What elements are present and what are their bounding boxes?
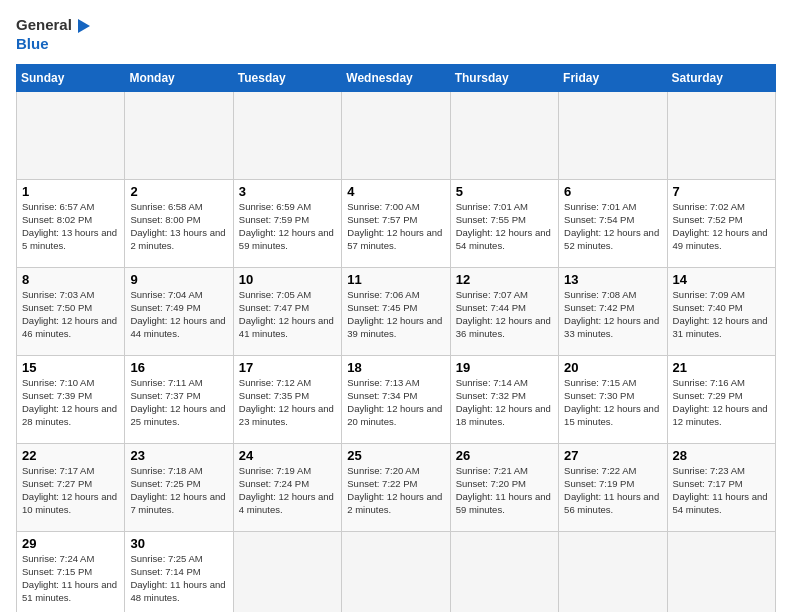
day-number: 11 <box>347 272 444 287</box>
calendar-day-cell: 20Sunrise: 7:15 AM Sunset: 7:30 PM Dayli… <box>559 356 667 444</box>
page-header: General Blue <box>16 16 776 52</box>
calendar-day-cell: 4Sunrise: 7:00 AM Sunset: 7:57 PM Daylig… <box>342 180 450 268</box>
day-number: 8 <box>22 272 119 287</box>
day-number: 16 <box>130 360 227 375</box>
calendar-day-cell: 15Sunrise: 7:10 AM Sunset: 7:39 PM Dayli… <box>17 356 125 444</box>
calendar-day-cell <box>559 532 667 612</box>
logo: General Blue <box>16 16 92 52</box>
calendar-week-row: 22Sunrise: 7:17 AM Sunset: 7:27 PM Dayli… <box>17 444 776 532</box>
calendar-day-cell <box>450 92 558 180</box>
calendar-day-cell: 6Sunrise: 7:01 AM Sunset: 7:54 PM Daylig… <box>559 180 667 268</box>
calendar-day-cell: 9Sunrise: 7:04 AM Sunset: 7:49 PM Daylig… <box>125 268 233 356</box>
calendar-day-cell: 26Sunrise: 7:21 AM Sunset: 7:20 PM Dayli… <box>450 444 558 532</box>
day-number: 7 <box>673 184 770 199</box>
day-number: 15 <box>22 360 119 375</box>
day-number: 4 <box>347 184 444 199</box>
day-number: 13 <box>564 272 661 287</box>
day-number: 6 <box>564 184 661 199</box>
calendar-day-cell: 2Sunrise: 6:58 AM Sunset: 8:00 PM Daylig… <box>125 180 233 268</box>
calendar-day-cell <box>125 92 233 180</box>
calendar-day-cell: 30Sunrise: 7:25 AM Sunset: 7:14 PM Dayli… <box>125 532 233 612</box>
day-info: Sunrise: 7:24 AM Sunset: 7:15 PM Dayligh… <box>22 553 119 604</box>
day-number: 27 <box>564 448 661 463</box>
day-info: Sunrise: 7:02 AM Sunset: 7:52 PM Dayligh… <box>673 201 770 252</box>
day-info: Sunrise: 7:22 AM Sunset: 7:19 PM Dayligh… <box>564 465 661 516</box>
calendar-day-cell: 11Sunrise: 7:06 AM Sunset: 7:45 PM Dayli… <box>342 268 450 356</box>
day-number: 26 <box>456 448 553 463</box>
calendar-day-cell: 12Sunrise: 7:07 AM Sunset: 7:44 PM Dayli… <box>450 268 558 356</box>
day-info: Sunrise: 7:14 AM Sunset: 7:32 PM Dayligh… <box>456 377 553 428</box>
day-number: 19 <box>456 360 553 375</box>
calendar-day-cell: 14Sunrise: 7:09 AM Sunset: 7:40 PM Dayli… <box>667 268 775 356</box>
calendar-day-cell <box>17 92 125 180</box>
calendar-week-row: 15Sunrise: 7:10 AM Sunset: 7:39 PM Dayli… <box>17 356 776 444</box>
day-info: Sunrise: 7:05 AM Sunset: 7:47 PM Dayligh… <box>239 289 336 340</box>
day-number: 21 <box>673 360 770 375</box>
calendar-day-cell <box>342 92 450 180</box>
weekday-header: Sunday <box>17 65 125 92</box>
day-number: 5 <box>456 184 553 199</box>
day-info: Sunrise: 7:00 AM Sunset: 7:57 PM Dayligh… <box>347 201 444 252</box>
day-number: 18 <box>347 360 444 375</box>
calendar-day-cell: 29Sunrise: 7:24 AM Sunset: 7:15 PM Dayli… <box>17 532 125 612</box>
weekday-header: Monday <box>125 65 233 92</box>
day-info: Sunrise: 7:04 AM Sunset: 7:49 PM Dayligh… <box>130 289 227 340</box>
day-number: 23 <box>130 448 227 463</box>
day-number: 17 <box>239 360 336 375</box>
weekday-header: Friday <box>559 65 667 92</box>
calendar-week-row: 8Sunrise: 7:03 AM Sunset: 7:50 PM Daylig… <box>17 268 776 356</box>
calendar-day-cell: 24Sunrise: 7:19 AM Sunset: 7:24 PM Dayli… <box>233 444 341 532</box>
calendar-day-cell: 19Sunrise: 7:14 AM Sunset: 7:32 PM Dayli… <box>450 356 558 444</box>
calendar-day-cell: 3Sunrise: 6:59 AM Sunset: 7:59 PM Daylig… <box>233 180 341 268</box>
day-number: 3 <box>239 184 336 199</box>
calendar-week-row <box>17 92 776 180</box>
day-number: 22 <box>22 448 119 463</box>
calendar-day-cell: 10Sunrise: 7:05 AM Sunset: 7:47 PM Dayli… <box>233 268 341 356</box>
day-number: 30 <box>130 536 227 551</box>
weekday-header: Wednesday <box>342 65 450 92</box>
calendar-day-cell <box>233 92 341 180</box>
calendar-day-cell: 8Sunrise: 7:03 AM Sunset: 7:50 PM Daylig… <box>17 268 125 356</box>
logo-blue: Blue <box>16 35 92 52</box>
day-number: 10 <box>239 272 336 287</box>
day-info: Sunrise: 7:12 AM Sunset: 7:35 PM Dayligh… <box>239 377 336 428</box>
calendar-table: SundayMondayTuesdayWednesdayThursdayFrid… <box>16 64 776 612</box>
day-info: Sunrise: 7:08 AM Sunset: 7:42 PM Dayligh… <box>564 289 661 340</box>
day-info: Sunrise: 7:23 AM Sunset: 7:17 PM Dayligh… <box>673 465 770 516</box>
day-number: 1 <box>22 184 119 199</box>
calendar-day-cell: 23Sunrise: 7:18 AM Sunset: 7:25 PM Dayli… <box>125 444 233 532</box>
day-number: 20 <box>564 360 661 375</box>
day-info: Sunrise: 7:25 AM Sunset: 7:14 PM Dayligh… <box>130 553 227 604</box>
day-info: Sunrise: 7:16 AM Sunset: 7:29 PM Dayligh… <box>673 377 770 428</box>
logo-general: General <box>16 16 92 35</box>
day-info: Sunrise: 7:17 AM Sunset: 7:27 PM Dayligh… <box>22 465 119 516</box>
calendar-day-cell <box>233 532 341 612</box>
day-info: Sunrise: 7:06 AM Sunset: 7:45 PM Dayligh… <box>347 289 444 340</box>
calendar-day-cell <box>450 532 558 612</box>
day-info: Sunrise: 7:01 AM Sunset: 7:55 PM Dayligh… <box>456 201 553 252</box>
weekday-header: Thursday <box>450 65 558 92</box>
calendar-day-cell: 13Sunrise: 7:08 AM Sunset: 7:42 PM Dayli… <box>559 268 667 356</box>
day-info: Sunrise: 7:15 AM Sunset: 7:30 PM Dayligh… <box>564 377 661 428</box>
day-number: 25 <box>347 448 444 463</box>
calendar-day-cell <box>667 92 775 180</box>
day-info: Sunrise: 6:57 AM Sunset: 8:02 PM Dayligh… <box>22 201 119 252</box>
calendar-day-cell: 5Sunrise: 7:01 AM Sunset: 7:55 PM Daylig… <box>450 180 558 268</box>
calendar-day-cell: 27Sunrise: 7:22 AM Sunset: 7:19 PM Dayli… <box>559 444 667 532</box>
day-info: Sunrise: 7:13 AM Sunset: 7:34 PM Dayligh… <box>347 377 444 428</box>
calendar-day-cell: 16Sunrise: 7:11 AM Sunset: 7:37 PM Dayli… <box>125 356 233 444</box>
day-number: 24 <box>239 448 336 463</box>
day-number: 12 <box>456 272 553 287</box>
calendar-day-cell: 25Sunrise: 7:20 AM Sunset: 7:22 PM Dayli… <box>342 444 450 532</box>
day-info: Sunrise: 7:11 AM Sunset: 7:37 PM Dayligh… <box>130 377 227 428</box>
svg-marker-0 <box>78 19 90 33</box>
weekday-header: Saturday <box>667 65 775 92</box>
calendar-day-cell: 7Sunrise: 7:02 AM Sunset: 7:52 PM Daylig… <box>667 180 775 268</box>
day-info: Sunrise: 7:19 AM Sunset: 7:24 PM Dayligh… <box>239 465 336 516</box>
day-number: 14 <box>673 272 770 287</box>
logo-text-block: General Blue <box>16 16 92 52</box>
day-number: 29 <box>22 536 119 551</box>
calendar-week-row: 29Sunrise: 7:24 AM Sunset: 7:15 PM Dayli… <box>17 532 776 612</box>
day-info: Sunrise: 6:59 AM Sunset: 7:59 PM Dayligh… <box>239 201 336 252</box>
day-info: Sunrise: 7:01 AM Sunset: 7:54 PM Dayligh… <box>564 201 661 252</box>
